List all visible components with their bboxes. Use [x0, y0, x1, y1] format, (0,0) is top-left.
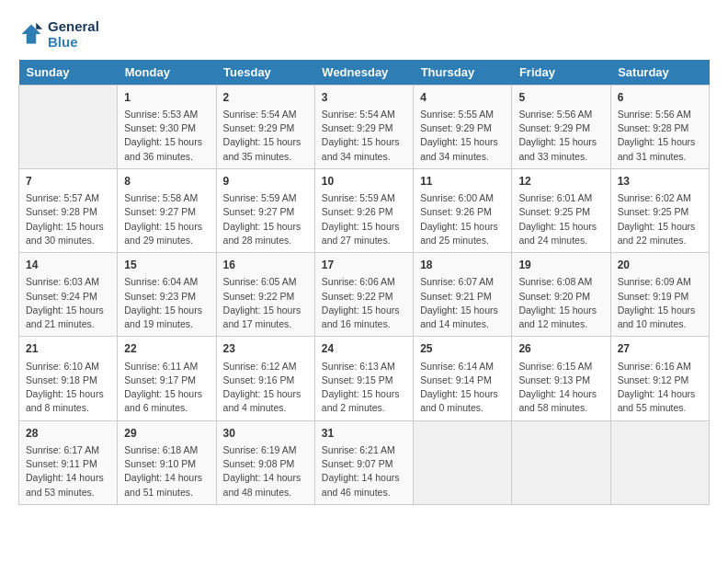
daylight-text: Daylight: 15 hours and 29 minutes.	[124, 220, 209, 247]
calendar-cell: 24 Sunrise: 6:13 AM Sunset: 9:15 PM Dayl…	[314, 337, 413, 420]
cell-info: Sunrise: 6:11 AM Sunset: 9:17 PM Dayligh…	[124, 360, 209, 416]
cell-info: Sunrise: 5:59 AM Sunset: 9:26 PM Dayligh…	[322, 191, 406, 247]
cell-info: Sunrise: 6:00 AM Sunset: 9:26 PM Dayligh…	[420, 191, 505, 247]
sunrise-text: Sunrise: 6:07 AM	[420, 275, 505, 289]
day-number: 15	[124, 258, 209, 273]
sunset-text: Sunset: 9:26 PM	[322, 205, 406, 219]
cell-info: Sunrise: 6:02 AM Sunset: 9:25 PM Dayligh…	[618, 191, 702, 247]
day-number: 1	[124, 90, 209, 106]
sunset-text: Sunset: 9:27 PM	[223, 205, 308, 219]
calendar-cell: 28 Sunrise: 6:17 AM Sunset: 9:11 PM Dayl…	[19, 420, 118, 504]
sunrise-text: Sunrise: 6:04 AM	[124, 275, 209, 289]
weekday-header-saturday: Saturday	[610, 60, 709, 86]
cell-info: Sunrise: 5:53 AM Sunset: 9:30 PM Dayligh…	[124, 108, 209, 164]
sunrise-text: Sunrise: 6:06 AM	[322, 275, 406, 289]
daylight-text: Daylight: 15 hours and 24 minutes.	[518, 220, 603, 247]
daylight-text: Daylight: 14 hours and 58 minutes.	[518, 387, 603, 415]
calendar-cell	[512, 420, 610, 504]
sunset-text: Sunset: 9:29 PM	[420, 121, 505, 135]
daylight-text: Daylight: 15 hours and 27 minutes.	[322, 220, 406, 247]
sunrise-text: Sunrise: 6:01 AM	[518, 191, 603, 205]
cell-info: Sunrise: 6:05 AM Sunset: 9:22 PM Dayligh…	[223, 275, 308, 331]
calendar-cell: 23 Sunrise: 6:12 AM Sunset: 9:16 PM Dayl…	[216, 337, 314, 420]
day-number: 11	[420, 174, 505, 190]
daylight-text: Daylight: 15 hours and 25 minutes.	[420, 220, 505, 247]
calendar-cell: 9 Sunrise: 5:59 AM Sunset: 9:27 PM Dayli…	[216, 168, 314, 252]
sunset-text: Sunset: 9:22 PM	[322, 290, 406, 304]
sunrise-text: Sunrise: 6:02 AM	[618, 191, 702, 205]
cell-info: Sunrise: 6:01 AM Sunset: 9:25 PM Dayligh…	[518, 191, 603, 247]
cell-info: Sunrise: 6:19 AM Sunset: 9:08 PM Dayligh…	[223, 443, 308, 500]
sunrise-text: Sunrise: 6:21 AM	[322, 443, 406, 457]
sunrise-text: Sunrise: 6:15 AM	[518, 360, 603, 373]
daylight-text: Daylight: 15 hours and 16 minutes.	[322, 304, 406, 331]
calendar-table: SundayMondayTuesdayWednesdayThursdayFrid…	[18, 60, 710, 505]
daylight-text: Daylight: 15 hours and 2 minutes.	[322, 387, 406, 415]
daylight-text: Daylight: 15 hours and 4 minutes.	[223, 387, 308, 415]
day-number: 16	[223, 258, 308, 273]
sunrise-text: Sunrise: 5:57 AM	[26, 191, 110, 205]
day-number: 7	[26, 174, 110, 190]
sunrise-text: Sunrise: 5:54 AM	[322, 108, 406, 121]
cell-info: Sunrise: 6:15 AM Sunset: 9:13 PM Dayligh…	[518, 360, 603, 416]
daylight-text: Daylight: 15 hours and 21 minutes.	[26, 304, 110, 331]
day-number: 22	[124, 341, 209, 357]
weekday-header-sunday: Sunday	[19, 60, 118, 86]
daylight-text: Daylight: 15 hours and 0 minutes.	[420, 387, 505, 415]
sunset-text: Sunset: 9:18 PM	[26, 373, 110, 387]
cell-info: Sunrise: 6:06 AM Sunset: 9:22 PM Dayligh…	[322, 275, 406, 331]
calendar-cell: 15 Sunrise: 6:04 AM Sunset: 9:23 PM Dayl…	[118, 253, 216, 337]
sunrise-text: Sunrise: 6:18 AM	[124, 443, 209, 457]
day-number: 18	[420, 258, 505, 273]
cell-info: Sunrise: 6:12 AM Sunset: 9:16 PM Dayligh…	[223, 360, 308, 416]
daylight-text: Daylight: 15 hours and 28 minutes.	[223, 220, 308, 247]
day-number: 5	[518, 90, 603, 106]
logo-icon	[18, 21, 44, 47]
week-row-1: 1 Sunrise: 5:53 AM Sunset: 9:30 PM Dayli…	[19, 85, 710, 168]
cell-info: Sunrise: 6:04 AM Sunset: 9:23 PM Dayligh…	[124, 275, 209, 331]
calendar-cell: 25 Sunrise: 6:14 AM Sunset: 9:14 PM Dayl…	[414, 337, 512, 420]
calendar-cell: 14 Sunrise: 6:03 AM Sunset: 9:24 PM Dayl…	[19, 253, 118, 337]
sunset-text: Sunset: 9:08 PM	[223, 457, 308, 471]
calendar-header: SundayMondayTuesdayWednesdayThursdayFrid…	[19, 60, 710, 86]
sunset-text: Sunset: 9:16 PM	[223, 373, 308, 387]
logo-text-general: General	[48, 18, 99, 34]
cell-info: Sunrise: 6:13 AM Sunset: 9:15 PM Dayligh…	[322, 360, 406, 416]
calendar-cell: 29 Sunrise: 6:18 AM Sunset: 9:10 PM Dayl…	[118, 420, 216, 504]
sunset-text: Sunset: 9:29 PM	[518, 121, 603, 135]
sunrise-text: Sunrise: 6:11 AM	[124, 360, 209, 373]
sunset-text: Sunset: 9:11 PM	[26, 457, 110, 471]
sunrise-text: Sunrise: 6:19 AM	[223, 443, 308, 457]
sunset-text: Sunset: 9:19 PM	[618, 290, 702, 304]
sunrise-text: Sunrise: 5:53 AM	[124, 108, 209, 121]
day-number: 9	[223, 174, 308, 190]
svg-marker-1	[36, 23, 42, 29]
calendar-cell: 19 Sunrise: 6:08 AM Sunset: 9:20 PM Dayl…	[512, 253, 610, 337]
sunrise-text: Sunrise: 6:08 AM	[518, 275, 603, 289]
day-number: 4	[420, 90, 505, 106]
weekday-header-wednesday: Wednesday	[314, 60, 413, 86]
calendar-cell: 6 Sunrise: 5:56 AM Sunset: 9:28 PM Dayli…	[610, 85, 709, 168]
calendar-cell: 7 Sunrise: 5:57 AM Sunset: 9:28 PM Dayli…	[19, 168, 118, 252]
daylight-text: Daylight: 15 hours and 35 minutes.	[223, 135, 308, 163]
calendar-cell	[610, 420, 709, 504]
sunset-text: Sunset: 9:13 PM	[518, 373, 603, 387]
day-number: 30	[223, 426, 308, 442]
daylight-text: Daylight: 15 hours and 30 minutes.	[26, 220, 110, 247]
sunset-text: Sunset: 9:23 PM	[124, 290, 209, 304]
cell-info: Sunrise: 5:59 AM Sunset: 9:27 PM Dayligh…	[223, 191, 308, 247]
sunrise-text: Sunrise: 5:59 AM	[223, 191, 308, 205]
calendar-cell: 27 Sunrise: 6:16 AM Sunset: 9:12 PM Dayl…	[610, 337, 709, 420]
daylight-text: Daylight: 14 hours and 51 minutes.	[124, 471, 209, 499]
sunset-text: Sunset: 9:22 PM	[223, 290, 308, 304]
day-number: 20	[618, 258, 702, 273]
calendar-cell: 21 Sunrise: 6:10 AM Sunset: 9:18 PM Dayl…	[19, 337, 118, 420]
daylight-text: Daylight: 15 hours and 10 minutes.	[618, 304, 702, 331]
daylight-text: Daylight: 14 hours and 53 minutes.	[26, 471, 110, 499]
cell-info: Sunrise: 6:03 AM Sunset: 9:24 PM Dayligh…	[26, 275, 110, 331]
sunrise-text: Sunrise: 6:09 AM	[618, 275, 702, 289]
sunset-text: Sunset: 9:07 PM	[322, 457, 406, 471]
calendar-cell: 4 Sunrise: 5:55 AM Sunset: 9:29 PM Dayli…	[414, 85, 512, 168]
sunrise-text: Sunrise: 5:55 AM	[420, 108, 505, 121]
cell-info: Sunrise: 6:21 AM Sunset: 9:07 PM Dayligh…	[322, 443, 406, 500]
